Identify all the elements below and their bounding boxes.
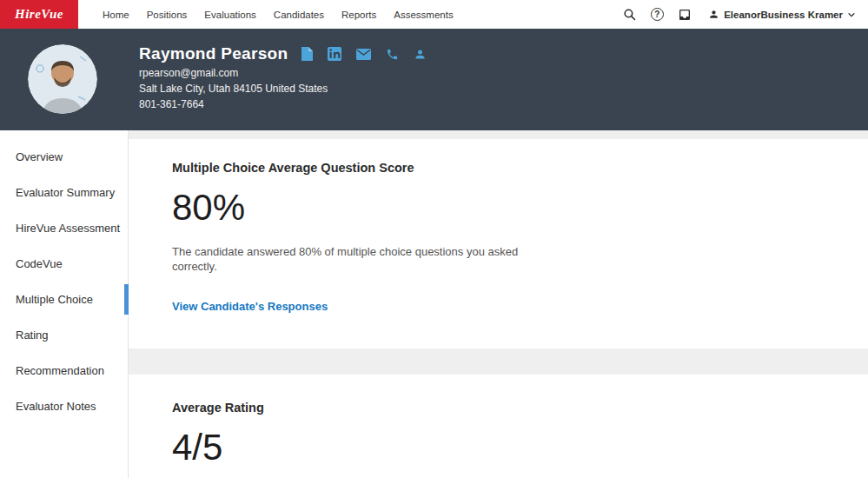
resume-icon[interactable] (301, 47, 313, 61)
sidebar-item-rating[interactable]: Rating (0, 317, 128, 353)
multiple-choice-card: Multiple Choice Average Question Score 8… (129, 139, 868, 349)
nav-item-evaluations[interactable]: Evaluations (195, 10, 264, 20)
chevron-down-icon (847, 10, 856, 19)
nav-item-assessments[interactable]: Assessments (385, 10, 461, 20)
candidate-info: Raymond Pearson (139, 44, 441, 110)
sidebar-item-overview[interactable]: Overview (0, 139, 128, 175)
top-nav: HireVue Home Positions Evaluations Candi… (0, 0, 868, 29)
linkedin-icon[interactable] (328, 47, 341, 61)
sidebar-item-evaluator-summary[interactable]: Evaluator Summary (0, 175, 128, 210)
user-name: EleanorBusiness Kramer (724, 10, 843, 20)
candidate-name: Raymond Pearson (139, 44, 288, 63)
content: Multiple Choice Average Question Score 8… (129, 130, 868, 478)
email-icon[interactable] (356, 49, 371, 60)
sidebar: Overview Evaluator Summary HireVue Asses… (0, 130, 129, 478)
nav-item-candidates[interactable]: Candidates (265, 10, 333, 20)
candidate-name-row: Raymond Pearson (139, 44, 441, 63)
rating-card: Average Rating 4/5 ☆ (129, 375, 868, 478)
candidate-phone: 801-361-7664 (139, 99, 441, 110)
main-nav: Home Positions Evaluations Candidates Re… (94, 10, 462, 20)
hirevue-logo[interactable]: HireVue (0, 0, 78, 29)
sidebar-item-codevue[interactable]: CodeVue (0, 246, 128, 282)
nav-item-positions[interactable]: Positions (138, 10, 196, 20)
hirevue-app: HireVue Home Positions Evaluations Candi… (0, 0, 868, 478)
view-responses-link[interactable]: View Candidate's Responses (172, 300, 328, 313)
inbox-icon[interactable] (675, 5, 694, 24)
sidebar-item-multiple-choice[interactable]: Multiple Choice (0, 282, 128, 317)
main-area: Overview Evaluator Summary HireVue Asses… (0, 130, 868, 478)
sidebar-item-hirevue-assessment[interactable]: HireVue Assessment (0, 210, 128, 246)
multiple-choice-card-title: Multiple Choice Average Question Score (172, 161, 825, 175)
multiple-choice-score: 80% (172, 187, 825, 229)
user-menu[interactable]: EleanorBusiness Kramer (708, 9, 856, 20)
phone-icon[interactable] (386, 48, 399, 61)
candidate-header: Raymond Pearson (0, 29, 868, 130)
help-icon[interactable]: ? (647, 5, 666, 24)
rating-card-title: Average Rating (172, 401, 825, 415)
candidate-location: Salt Lake City, Utah 84105 United States (139, 83, 441, 95)
rating-score: 4/5 (172, 427, 825, 468)
multiple-choice-description: The candidate answered 80% of multiple c… (172, 244, 537, 274)
nav-item-reports[interactable]: Reports (333, 10, 385, 20)
nav-item-home[interactable]: Home (94, 10, 138, 20)
candidate-email: rpearson@gmail.com (139, 68, 441, 79)
sidebar-item-recommendation[interactable]: Recommendation (0, 353, 128, 388)
sidebar-item-evaluator-notes[interactable]: Evaluator Notes (0, 388, 128, 424)
user-icon (708, 9, 719, 20)
nav-right: ? EleanorBusiness Kramer (611, 5, 868, 24)
candidate-avatar (28, 44, 97, 114)
profile-icon[interactable] (414, 48, 427, 61)
search-icon[interactable] (620, 5, 639, 24)
